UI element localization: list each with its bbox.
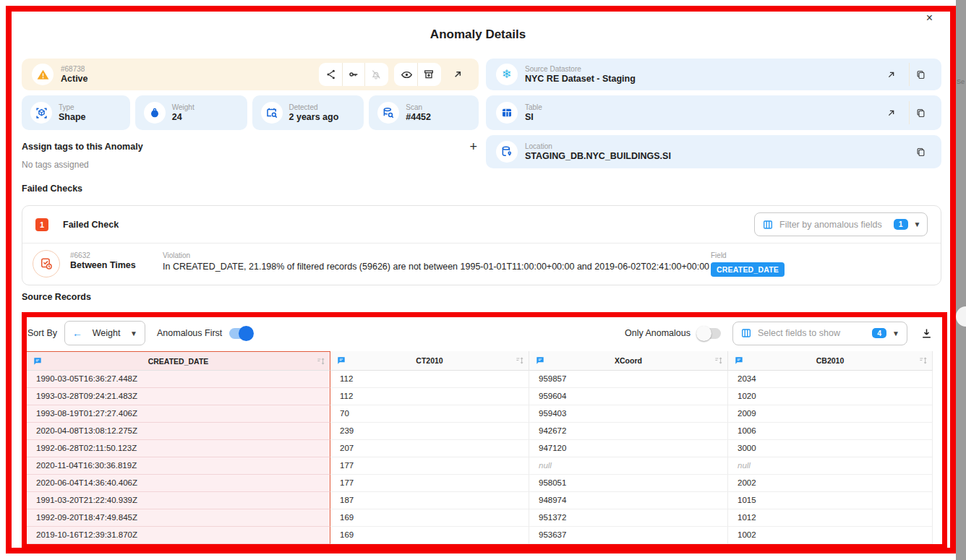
table-row[interactable]: 2020-04-08T13:08:12.275Z2399426721006 [26, 423, 933, 440]
select-fields-dropdown[interactable]: Select fields to show 4 ▼ [732, 322, 907, 345]
cell-CB2010: null [728, 457, 933, 475]
cell-CT2010: 177 [330, 475, 529, 492]
cell-CB2010: 2009 [728, 405, 933, 423]
select-fields-placeholder: Select fields to show [758, 328, 840, 338]
filter-placeholder: Filter by anomalous fields [779, 220, 882, 230]
calendar-search-icon [261, 102, 283, 124]
close-icon[interactable]: × [926, 12, 933, 24]
sort-column-icon[interactable] [714, 356, 724, 366]
check-name: Between Times [70, 260, 163, 271]
filter-anomalous-fields-dropdown[interactable]: Filter by anomalous fields 1 ▼ [754, 212, 928, 236]
check-id: #6632 [70, 251, 163, 260]
source-records-heading: Source Records [22, 292, 91, 302]
fields-count-badge: 4 [872, 328, 886, 339]
failed-check-row[interactable]: #6632 Between Times Violation In CREATED… [22, 244, 941, 285]
location-label: Location [525, 142, 671, 151]
open-anomaly-icon[interactable] [447, 63, 469, 86]
field-label: Field [711, 251, 928, 260]
share-icon[interactable] [320, 63, 342, 86]
sort-direction-icon[interactable]: ← [72, 327, 82, 339]
cell-CT2010: 112 [330, 371, 529, 388]
open-table-icon[interactable] [880, 101, 902, 124]
table-row[interactable]: 1991-03-20T21:22:40.939Z1879489741015 [26, 492, 933, 509]
cell-CB2010: 1020 [728, 388, 933, 405]
open-datastore-icon[interactable] [880, 63, 902, 86]
cell-CB2010: 2034 [728, 371, 933, 388]
snowflake-icon: ❄ [496, 64, 518, 85]
background-floating-button [956, 306, 966, 327]
cell-CT2010: 70 [330, 405, 529, 423]
column-header-CT2010: CT2010 [330, 351, 529, 371]
table-row[interactable]: 2020-06-04T14:36:40.406Z1779580512002 [26, 475, 933, 492]
add-tag-icon[interactable]: + [469, 140, 477, 153]
records-table-body: 1990-03-05T16:36:27.448Z1129598572034199… [26, 371, 933, 544]
anomaly-status-card: #68738 Active [22, 59, 479, 90]
copy-table-icon[interactable] [909, 101, 931, 124]
table-row[interactable]: 1990-03-05T16:36:27.448Z1129598572034 [26, 371, 933, 388]
anomaly-details-screen: Se Anomaly Details × #68738 Active [0, 0, 966, 560]
warning-icon [32, 64, 54, 85]
chevron-down-icon: ▼ [914, 220, 921, 228]
table-label: Table [525, 103, 542, 112]
cell-CREATED_DATE: 1993-08-19T01:27:27.406Z [26, 405, 330, 423]
source-records-table: CREATED_DATECT2010XCoordCB2010 1990-03-0… [26, 351, 933, 544]
detected-value: 2 years ago [289, 112, 339, 123]
key-icon[interactable] [342, 63, 364, 86]
background-text-fragment: Se [957, 78, 965, 85]
eye-icon[interactable] [396, 63, 417, 86]
sort-column-icon[interactable] [918, 356, 928, 366]
table-row[interactable]: 1992-06-28T02:11:50.123Z2079471203000 [26, 440, 933, 457]
cell-CT2010: 187 [330, 492, 529, 509]
table-row[interactable]: 2020-11-04T16:30:36.819Z177nullnull [26, 457, 933, 475]
sort-column-icon[interactable] [316, 356, 326, 366]
scan-label: Scan [406, 103, 431, 112]
weight-label: Weight [172, 103, 195, 112]
weight-icon [144, 102, 166, 124]
anomaly-status: Active [61, 74, 88, 85]
chevron-down-icon: ▼ [892, 329, 899, 337]
type-label: Type [59, 103, 86, 112]
cell-CT2010: 112 [330, 388, 529, 405]
datastore-value: NYC RE Dataset - Staging [525, 74, 636, 85]
type-value: Shape [59, 112, 86, 123]
table-row[interactable]: 1992-09-20T18:47:49.845Z1699513721012 [26, 509, 933, 527]
location-value: STAGING_DB.NYC_BUILDINGS.SI [525, 151, 671, 162]
cell-XCoord: 959857 [529, 371, 728, 388]
field-comment-icon [535, 356, 545, 366]
table-card: Table SI [486, 95, 941, 130]
table-row[interactable]: 1993-03-28T09:24:21.483Z1129596041020 [26, 388, 933, 405]
cell-XCoord: 948974 [529, 492, 728, 509]
table-row[interactable]: 1993-08-19T01:27:27.406Z709594032009 [26, 405, 933, 423]
assign-tags-title: Assign tags to this Anomaly [22, 142, 143, 152]
violation-text: In CREATED_DATE, 21.198% of filtered rec… [163, 262, 711, 272]
cell-XCoord: 947120 [529, 440, 728, 457]
column-header-CREATED_DATE: CREATED_DATE [26, 351, 330, 371]
cell-CREATED_DATE: 1993-03-28T09:24:21.483Z [26, 388, 330, 405]
background-page: Se [956, 0, 966, 560]
between-times-icon [33, 250, 60, 277]
cell-XCoord: null [529, 457, 728, 475]
field-comment-icon [336, 356, 346, 366]
failed-check-count-label: Failed Check [63, 220, 119, 230]
cell-XCoord: 958051 [529, 475, 728, 492]
copy-datastore-icon[interactable] [909, 63, 931, 86]
source-records-toolbar: Sort By ← Weight ▼ Anomalous First Only … [27, 320, 933, 346]
copy-location-icon[interactable] [910, 140, 931, 163]
sort-column-icon[interactable] [515, 356, 525, 366]
failed-checks-heading: Failed Checks [22, 184, 82, 194]
cell-XCoord: 959403 [529, 405, 728, 423]
table-row[interactable]: 2019-10-16T12:39:31.870Z1699536371002 [26, 527, 933, 544]
anomalous-first-toggle[interactable] [229, 328, 252, 339]
only-anomalous-toggle[interactable] [698, 328, 721, 339]
sort-value: Weight [93, 328, 121, 338]
cell-CB2010: 1012 [728, 509, 933, 527]
column-header-CB2010: CB2010 [728, 351, 933, 371]
sort-dropdown[interactable]: ← Weight ▼ [64, 321, 145, 345]
field-badge[interactable]: CREATED_DATE [711, 262, 785, 277]
archive-icon[interactable] [417, 63, 440, 86]
location-card: Location STAGING_DB.NYC_BUILDINGS.SI [486, 135, 941, 168]
download-icon[interactable] [920, 327, 933, 340]
cell-CT2010: 169 [330, 509, 529, 527]
page-title: Anomaly Details [0, 27, 956, 42]
table-value: SI [525, 112, 542, 123]
